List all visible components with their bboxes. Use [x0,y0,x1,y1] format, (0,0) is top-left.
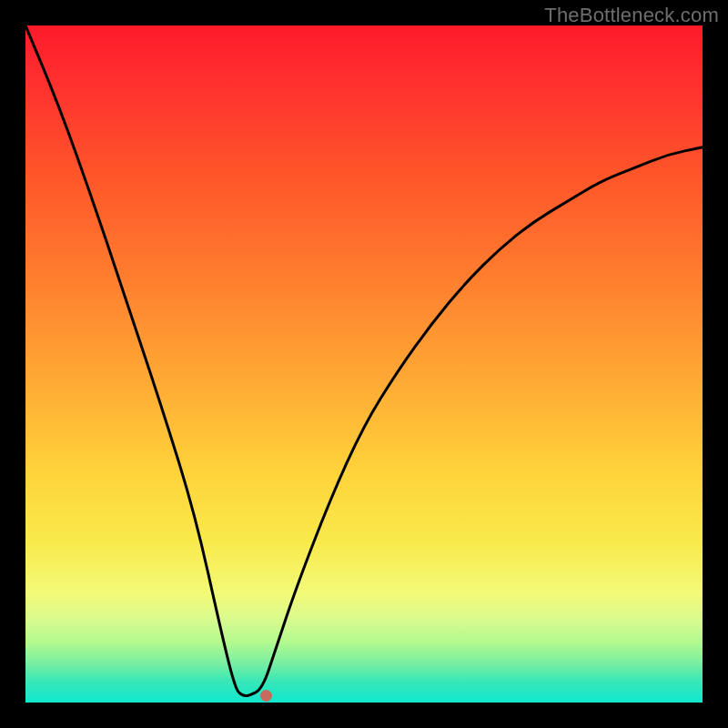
chart-frame: TheBottleneck.com [0,0,728,728]
curve-path [25,25,703,696]
bottleneck-curve [25,25,703,703]
watermark-text: TheBottleneck.com [544,4,719,27]
minimum-marker [260,690,272,702]
plot-area [25,25,703,703]
